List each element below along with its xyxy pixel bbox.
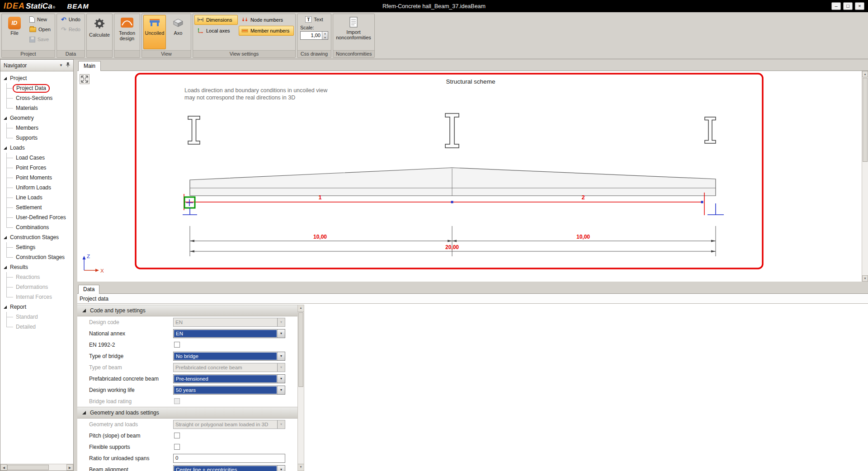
tree-item-project-data[interactable]: Project Data [0,83,73,93]
uncoiled-view-button[interactable]: Uncoiled [143,15,166,49]
fit-view-button[interactable] [80,74,90,84]
tree-item-label: Line Loads [16,194,42,201]
close-button[interactable]: × [855,2,864,10]
scale-spinbox[interactable]: 1,00 ▲ ▼ [300,31,328,40]
scale-value[interactable]: 1,00 [301,32,322,39]
combo-value: Straight or polygonal beam loaded in 3D [174,420,277,429]
local-axes-toggle[interactable]: Local axes [194,26,238,36]
checkbox-pitch-slope-of-beam[interactable] [174,433,180,438]
expander-icon[interactable] [4,266,7,269]
import-nonconformities-button[interactable]: Import nonconformities [335,15,373,49]
tree-item-load-cases[interactable]: Load Cases [0,153,73,163]
tree-item-settlement[interactable]: Settlement [0,203,73,212]
axo-button-label: Axo [174,30,182,36]
tree-item-user-defined-forces[interactable]: User-Defined Forces [0,212,73,222]
support-symbol-left[interactable] [183,208,197,215]
save-button[interactable]: Save [27,35,53,44]
scroll-left-icon[interactable]: ◀ [0,464,7,471]
file-button[interactable]: ID File [3,15,26,49]
axo-view-button[interactable]: Axo [167,15,189,49]
tree-item-geometry[interactable]: Geometry [0,113,73,123]
tree-item-point-moments[interactable]: Point Moments [0,173,73,183]
spin-up-icon[interactable]: ▲ [322,32,328,36]
tab-main[interactable]: Main [78,61,101,71]
property-label-geometry-and-loads: Geometry and loads [77,421,173,428]
node-marker[interactable] [701,201,703,203]
scroll-right-icon[interactable]: ▶ [66,464,73,471]
tree-item-settings[interactable]: Settings [0,242,73,252]
text-toggle[interactable]: T Text [302,15,326,24]
scroll-up-icon[interactable]: ▲ [862,71,868,77]
redo-button[interactable]: ↷Redo [58,25,83,34]
window-title: Rfem-Concrete hall_Beam_37.ideaBeam [382,3,486,9]
tree-item-label: Construction Stages [16,254,65,260]
cross-section-symbol[interactable] [445,113,459,148]
tree-item-label: Cross-Sections [16,95,52,101]
section-header-geometry-and-loads-settings[interactable]: Geometry and loads settings [77,407,297,419]
canvas-vertical-scrollbar[interactable]: ▲ ▼ [862,71,868,282]
tree-item-supports[interactable]: Supports [0,133,73,143]
tree-item-cross-sections[interactable]: Cross-Sections [0,93,73,103]
axis-x-label: X [100,268,104,273]
combo-design-working-life[interactable]: 50 years▼ [173,386,285,395]
section-header-code-and-type-settings[interactable]: Code and type settings [77,305,297,316]
node-marker[interactable] [451,201,453,203]
undo-button[interactable]: ↶Undo [58,15,83,24]
scrollbar-thumb[interactable] [298,312,303,387]
restore-button[interactable]: □ [843,2,853,10]
checkbox-en-1992-2[interactable] [174,342,180,348]
expander-icon[interactable] [4,117,7,120]
expander-icon[interactable] [4,306,7,309]
open-button[interactable]: Open [27,25,53,34]
scroll-down-icon[interactable]: ▼ [862,275,868,282]
tree-item-combinations[interactable]: Combinations [0,222,73,232]
tree-item-construction-stages[interactable]: Construction Stages [0,252,73,262]
cross-section-symbol[interactable] [188,116,200,144]
tree-item-project[interactable]: Project [0,73,73,83]
combo-prefabricated-concrete-beam[interactable]: Pre-tensioned▼ [173,374,285,383]
support-symbol-right[interactable] [708,203,724,215]
beam-outline[interactable] [190,168,716,196]
new-button[interactable]: New [27,15,53,24]
tree-item-construction-stages[interactable]: Construction Stages [0,232,73,242]
tree-item-report[interactable]: Report [0,302,73,312]
tree-item-detailed: Detailed [0,322,73,332]
combo-type-of-bridge[interactable]: No bridge▼ [173,352,285,361]
dimensions-toggle[interactable]: Dimensions [194,15,238,25]
tree-item-materials[interactable]: Materials [0,103,73,113]
expander-icon[interactable] [4,236,7,239]
input-ratio-for-unloaded-spans[interactable]: 0 [173,454,285,463]
spin-down-icon[interactable]: ▼ [322,36,328,40]
pin-icon[interactable] [66,62,70,69]
cross-section-symbol[interactable] [705,117,716,143]
combo-national-annex[interactable]: EN▼ [173,329,285,338]
scrollbar-thumb[interactable] [863,78,868,162]
checkbox-flexible-supports[interactable] [174,444,180,450]
navigator-dropdown-icon[interactable]: ▼ [59,63,63,67]
minimize-button[interactable]: – [831,2,841,10]
tree-item-label: Report [10,304,26,310]
tree-item-loads[interactable]: Loads [0,143,73,153]
grid-vertical-scrollbar[interactable]: ▲ ▼ [297,305,304,471]
member-numbers-toggle[interactable]: Member numbers [239,26,294,36]
scrollbar-thumb[interactable] [7,465,49,470]
combo-beam-alignment[interactable]: Center line + eccentricities▼ [173,465,285,471]
tree-item-results[interactable]: Results [0,262,73,272]
tree-item-members[interactable]: Members [0,123,73,133]
calculate-button[interactable]: Calculate [88,15,111,49]
expander-icon[interactable] [4,146,7,150]
panel-splitter[interactable] [74,59,77,471]
tree-item-uniform-loads[interactable]: Uniform Loads [0,183,73,193]
scroll-down-icon[interactable]: ▼ [298,464,304,471]
scroll-up-icon[interactable]: ▲ [298,305,304,312]
node-numbers-toggle[interactable]: Node numbers [239,15,294,25]
tree-item-point-forces[interactable]: Point Forces [0,163,73,173]
tendon-design-button[interactable]: Tendon design [116,15,138,49]
expander-icon[interactable] [4,77,7,80]
navigator-horizontal-scrollbar[interactable]: ◀ ▶ [0,464,73,471]
tab-data[interactable]: Data [78,285,99,294]
tree-item-label: Loads [10,145,25,151]
scheme-canvas[interactable]: Structural scheme Loads direction and bo… [77,71,868,282]
tree-item-line-loads[interactable]: Line Loads [0,193,73,203]
redo-button-label: Redo [69,27,80,32]
